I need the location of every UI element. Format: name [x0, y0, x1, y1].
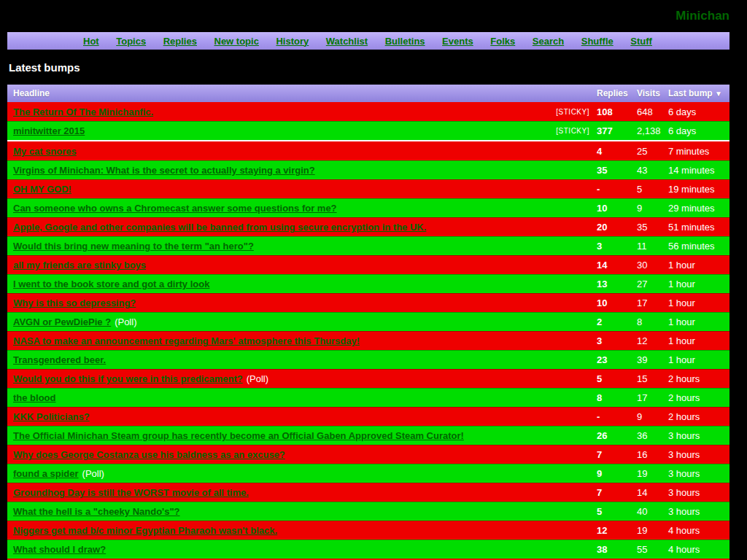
thread-visits-count: 55	[637, 544, 668, 555]
thread-visits-count: 39	[637, 354, 668, 365]
thread-visits-count: 27	[637, 279, 668, 289]
thread-last-bump: 1 hour	[668, 335, 729, 346]
thread-headline-cell: Why does George Costanza use his baldnes…	[13, 449, 597, 460]
col-replies[interactable]: Replies	[597, 88, 637, 98]
thread-visits-count: 40	[637, 506, 668, 517]
thread-row: all my friends are stinky boys14301 hour	[7, 255, 729, 274]
thread-replies-count: 8	[597, 392, 637, 403]
thread-last-bump: 3 hours	[668, 430, 729, 441]
thread-link[interactable]: Apple, Google and other companies will b…	[13, 222, 426, 233]
thread-link[interactable]: Would you do this if you were in this pr…	[13, 373, 243, 384]
thread-row: My cat snores4257 minutes	[7, 141, 729, 160]
nav-link-bulletins[interactable]: Bulletins	[385, 36, 425, 47]
nav-link-replies[interactable]: Replies	[163, 36, 197, 47]
thread-link[interactable]: The Official Minichan Steam group has re…	[13, 430, 464, 441]
thread-link[interactable]: Groundhog Day is still the WORST movie o…	[13, 487, 249, 498]
thread-replies-count: 3	[597, 335, 637, 346]
thread-visits-count: 16	[637, 449, 668, 460]
thread-link[interactable]: all my friends are stinky boys	[13, 260, 146, 271]
thread-link[interactable]: the blood	[13, 392, 56, 403]
thread-link[interactable]: AVGN or PewDiePie ?	[13, 316, 111, 327]
thread-link[interactable]: The Return Of The Minichanfic.	[13, 106, 153, 117]
thread-link[interactable]: Niggers get mad b/c minor Egyptian Phara…	[13, 525, 277, 536]
thread-link[interactable]: found a spider	[13, 468, 79, 479]
nav-link-watchlist[interactable]: Watchlist	[326, 36, 368, 47]
threads-table: Headline Replies Visits Last bump ▼ The …	[7, 85, 729, 560]
thread-link[interactable]: What should I draw?	[13, 544, 106, 555]
thread-last-bump: 4 hours	[668, 544, 729, 555]
thread-link[interactable]: minitwitter 2015	[13, 125, 85, 136]
thread-visits-count: 5	[637, 184, 668, 195]
nav-link-folks[interactable]: Folks	[490, 36, 515, 47]
thread-visits-count: 43	[637, 165, 668, 176]
thread-link[interactable]: Why does George Costanza use his baldnes…	[13, 449, 285, 460]
thread-link[interactable]: OH MY GOD!	[13, 184, 71, 195]
col-last-bump[interactable]: Last bump ▼	[668, 88, 729, 98]
thread-visits-count: 35	[637, 222, 668, 233]
thread-replies-count: 26	[597, 430, 637, 441]
col-headline[interactable]: Headline	[13, 88, 597, 98]
thread-row: NASA to make an announcement regarding M…	[7, 331, 729, 350]
nav-link-new-topic[interactable]: New topic	[214, 36, 259, 47]
thread-link[interactable]: My cat snores	[13, 146, 77, 157]
nav-link-events[interactable]: Events	[442, 36, 473, 47]
thread-visits-count: 8	[637, 316, 668, 327]
thread-visits-count: 9	[637, 203, 668, 214]
thread-replies-count: -	[597, 411, 637, 422]
nav-link-history[interactable]: History	[276, 36, 309, 47]
thread-link[interactable]: NASA to make an announcement regarding M…	[13, 335, 360, 346]
thread-visits-count: 25	[637, 146, 668, 157]
thread-visits-count: 15	[637, 373, 668, 384]
thread-headline-cell: minitwitter 2015[STICKY]	[13, 125, 597, 136]
thread-link[interactable]: Virgins of Minichan: What is the secret …	[13, 165, 315, 176]
thread-link[interactable]: Why is this so depressing?	[13, 298, 136, 308]
thread-last-bump: 6 days	[668, 125, 729, 136]
thread-link[interactable]: Can someone who owns a Chromecast answer…	[13, 203, 337, 214]
thread-headline-cell: NASA to make an announcement regarding M…	[13, 335, 597, 346]
thread-link[interactable]: What the hell is a "cheeky Nando's"?	[13, 506, 180, 517]
thread-last-bump: 6 days	[668, 106, 729, 117]
thread-link[interactable]: Would this bring new meaning to the term…	[13, 241, 254, 252]
thread-headline-cell: all my friends are stinky boys	[13, 260, 597, 271]
thread-last-bump: 2 hours	[668, 373, 729, 384]
thread-row: Apple, Google and other companies will b…	[7, 217, 729, 236]
poll-tag: (Poll)	[115, 316, 136, 327]
col-visits[interactable]: Visits	[637, 88, 668, 98]
thread-last-bump: 29 minutes	[668, 203, 729, 214]
nav-link-topics[interactable]: Topics	[116, 36, 146, 47]
thread-row: Why does George Costanza use his baldnes…	[7, 445, 729, 464]
thread-last-bump: 3 hours	[668, 468, 729, 479]
thread-replies-count: 14	[597, 260, 637, 271]
thread-headline-cell: Groundhog Day is still the WORST movie o…	[13, 487, 597, 498]
thread-row: found a spider(Poll)9193 hours	[7, 464, 729, 483]
nav-link-hot[interactable]: Hot	[83, 36, 99, 47]
nav-link-search[interactable]: Search	[533, 36, 564, 47]
thread-replies-count: 5	[597, 373, 637, 384]
thread-visits-count: 36	[637, 430, 668, 441]
thread-headline-cell: The Return Of The Minichanfic.[STICKY]	[13, 106, 597, 117]
thread-row: Transgendered beer.23391 hour	[7, 350, 729, 369]
thread-row: Why is this so depressing?10171 hour	[7, 293, 729, 312]
thread-link[interactable]: KKK Politicians?	[13, 411, 90, 422]
threads-table-body: The Return Of The Minichanfic.[STICKY]10…	[7, 102, 729, 559]
thread-row: The Return Of The Minichanfic.[STICKY]10…	[7, 102, 729, 121]
thread-last-bump: 51 minutes	[668, 222, 729, 233]
poll-tag: (Poll)	[247, 373, 268, 384]
thread-visits-count: 19	[637, 525, 668, 536]
thread-link[interactable]: I went to the book store and got a dirty…	[13, 279, 209, 289]
thread-last-bump: 3 hours	[668, 449, 729, 460]
nav: HotTopicsRepliesNew topicHistoryWatchlis…	[7, 32, 729, 50]
site-logo[interactable]: Minichan	[676, 9, 729, 23]
nav-link-stuff[interactable]: Stuff	[630, 36, 652, 47]
thread-link[interactable]: Transgendered beer.	[13, 354, 106, 365]
thread-row: AVGN or PewDiePie ?(Poll)281 hour	[7, 312, 729, 331]
page-title: Latest bumps	[0, 50, 747, 85]
thread-replies-count: 23	[597, 354, 637, 365]
thread-visits-count: 12	[637, 335, 668, 346]
thread-replies-count: 377	[597, 125, 637, 136]
thread-replies-count: 10	[597, 203, 637, 214]
nav-link-shuffle[interactable]: Shuffle	[581, 36, 614, 47]
thread-row: The Official Minichan Steam group has re…	[7, 426, 729, 445]
thread-headline-cell: Can someone who owns a Chromecast answer…	[13, 203, 597, 214]
thread-row: Groundhog Day is still the WORST movie o…	[7, 483, 729, 502]
